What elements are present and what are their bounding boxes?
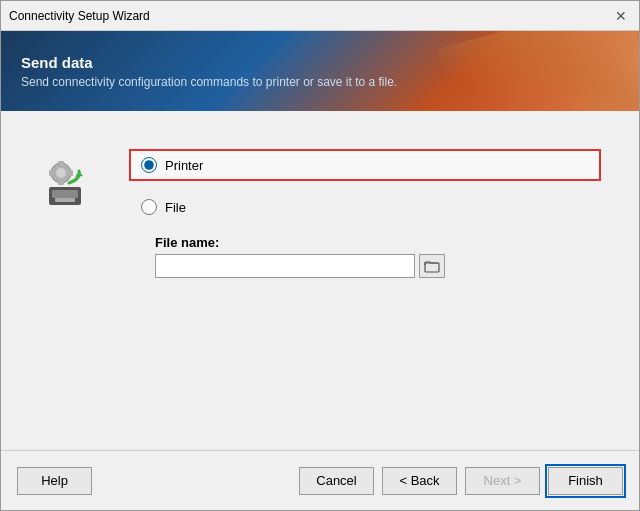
printer-icon [41, 151, 101, 211]
svg-rect-3 [58, 181, 64, 185]
svg-rect-10 [425, 263, 439, 272]
svg-point-1 [56, 168, 66, 178]
printer-label: Printer [165, 158, 203, 173]
footer-left: Help [17, 467, 92, 495]
svg-rect-5 [69, 170, 73, 176]
content-area: Printer File File name: [1, 111, 639, 450]
file-label: File [165, 200, 186, 215]
printer-radio[interactable] [141, 157, 157, 173]
options-area: Printer File File name: [131, 151, 599, 278]
file-radio[interactable] [141, 199, 157, 215]
wizard-window: Connectivity Setup Wizard ✕ Send data Se… [0, 0, 640, 511]
svg-rect-2 [58, 161, 64, 165]
svg-rect-8 [52, 190, 78, 198]
finish-button[interactable]: Finish [548, 467, 623, 495]
printer-option[interactable]: Printer [131, 151, 599, 179]
printer-icon-area [41, 151, 101, 211]
header-title: Send data [21, 54, 619, 71]
svg-marker-6 [75, 171, 83, 177]
back-button[interactable]: < Back [382, 467, 457, 495]
file-name-label: File name: [155, 235, 599, 250]
browse-icon [424, 259, 440, 273]
footer-right: Cancel < Back Next > Finish [299, 467, 623, 495]
next-button[interactable]: Next > [465, 467, 540, 495]
help-button[interactable]: Help [17, 467, 92, 495]
file-name-section: File name: [155, 235, 599, 278]
header-banner: Send data Send connectivity configuratio… [1, 31, 639, 111]
browse-button[interactable] [419, 254, 445, 278]
file-name-input[interactable] [155, 254, 415, 278]
file-name-row [155, 254, 599, 278]
footer: Help Cancel < Back Next > Finish [1, 450, 639, 510]
file-option[interactable]: File [131, 193, 599, 221]
svg-rect-9 [55, 198, 75, 202]
window-title: Connectivity Setup Wizard [9, 9, 150, 23]
title-bar: Connectivity Setup Wizard ✕ [1, 1, 639, 31]
svg-rect-4 [49, 170, 53, 176]
header-subtitle: Send connectivity configuration commands… [21, 75, 619, 89]
close-button[interactable]: ✕ [611, 6, 631, 26]
cancel-button[interactable]: Cancel [299, 467, 374, 495]
